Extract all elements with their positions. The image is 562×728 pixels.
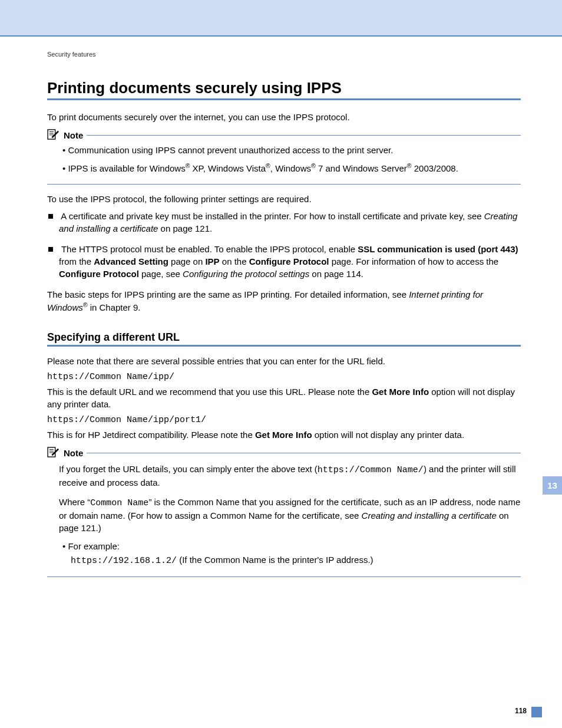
text: If you forget the URL details, you can s… [59,464,318,474]
bold-term: Configure Protocol [59,269,139,279]
text: The HTTPS protocol must be enabled. To e… [61,244,358,254]
note-body: Communication using IPPS cannot prevent … [47,145,521,185]
text: page. For information of how to access t… [329,256,499,266]
list-item: A certificate and private key must be in… [59,210,521,235]
inline-code: Common Name [90,498,148,508]
text: from the [59,256,94,266]
example-line: https://192.168.1.2/ (If the Common Name… [71,555,521,566]
chapter-tab: 13 [543,476,562,495]
bold-term: SSL communication is used (port 443) [358,244,518,254]
list-item: For example: https://192.168.1.2/ (If th… [71,541,521,566]
registered-mark: ® [266,162,270,169]
text: Where “ [59,497,90,507]
note-paragraph: If you forget the URL details, you can s… [59,463,521,489]
text: (If the Common Name is the printer's IP … [177,555,373,565]
text: , Windows [270,163,311,173]
text: XP, Windows Vista [190,163,266,173]
requirements-list: A certificate and private key must be in… [47,210,521,280]
note-rule [87,453,521,453]
text: on page 121. [158,223,212,233]
text: page, see [139,269,183,279]
requirements-intro: To use the IPPS protocol, the following … [47,193,521,205]
text: For example: [68,541,120,551]
note-icon [47,129,60,141]
registered-mark: ® [407,162,412,169]
text: in Chapter 9. [87,302,140,312]
url-description: This is the default URL and we recommend… [47,386,521,410]
note-label: Note [64,130,83,140]
page-title: Printing documents securely using IPPS [47,79,521,100]
note-list: Communication using IPPS cannot prevent … [59,145,521,173]
bold-term: Get More Info [255,430,312,440]
text: This is for HP Jetdirect compatibility. … [47,430,255,440]
note-rule [87,135,521,136]
text: 7 and Windows Server [316,163,407,173]
footer-accent [531,707,542,717]
page-number: 118 [515,707,527,715]
text: on page 114. [309,269,363,279]
example-list: For example: https://192.168.1.2/ (If th… [59,541,521,566]
text: This is the default URL and we recommend… [47,387,372,397]
text: on the [220,256,249,266]
inline-code: https://192.168.1.2/ [71,556,177,566]
list-item: IPPS is available for Windows® XP, Windo… [71,162,521,173]
bold-term: IPP [205,256,219,266]
header-band [0,0,562,37]
intro-paragraph: To print documents securely over the int… [47,111,521,123]
page-content: Security features Printing documents sec… [0,37,562,577]
note-box: Note If you forget the URL details, you … [47,447,521,577]
note-icon [47,447,60,459]
list-item: The HTTPS protocol must be enabled. To e… [59,243,521,280]
text: page on [168,256,206,266]
url-code: https://Common Name/ipp/ [47,372,521,382]
note-body: If you forget the URL details, you can s… [47,463,521,577]
text: 2003/2008. [412,163,458,173]
text: option will not display any printer data… [312,430,464,440]
registered-mark: ® [311,162,316,169]
text: The basic steps for IPPS printing are th… [47,289,409,299]
url-description: This is for HP Jetdirect compatibility. … [47,429,521,441]
text: A certificate and private key must be in… [61,211,484,221]
note-paragraph: Where “Common Name” is the Common Name t… [59,496,521,534]
bold-term: Advanced Setting [94,256,168,266]
bold-term: Get More Info [372,387,429,397]
note-label: Note [64,448,83,458]
list-item: Communication using IPPS cannot prevent … [71,145,521,155]
svg-rect-4 [48,447,55,457]
bold-term: Configure Protocol [249,256,329,266]
subheading: Specifying a different URL [47,331,521,347]
note-header: Note [47,447,521,459]
note-box: Note Communication using IPPS cannot pre… [47,129,521,185]
note-header: Note [47,129,521,141]
running-head: Security features [47,51,521,58]
xref: Creating and installing a certificate [362,510,497,521]
url-intro: Please note that there are several possi… [47,355,521,367]
svg-rect-0 [48,130,55,139]
xref: Configuring the protocol settings [183,269,309,279]
url-code: https://Common Name/ipp/port1/ [47,415,521,425]
basic-steps-paragraph: The basic steps for IPPS printing are th… [47,288,521,314]
text: IPPS is available for Windows [68,163,185,173]
inline-code: https://Common Name/ [318,465,424,475]
